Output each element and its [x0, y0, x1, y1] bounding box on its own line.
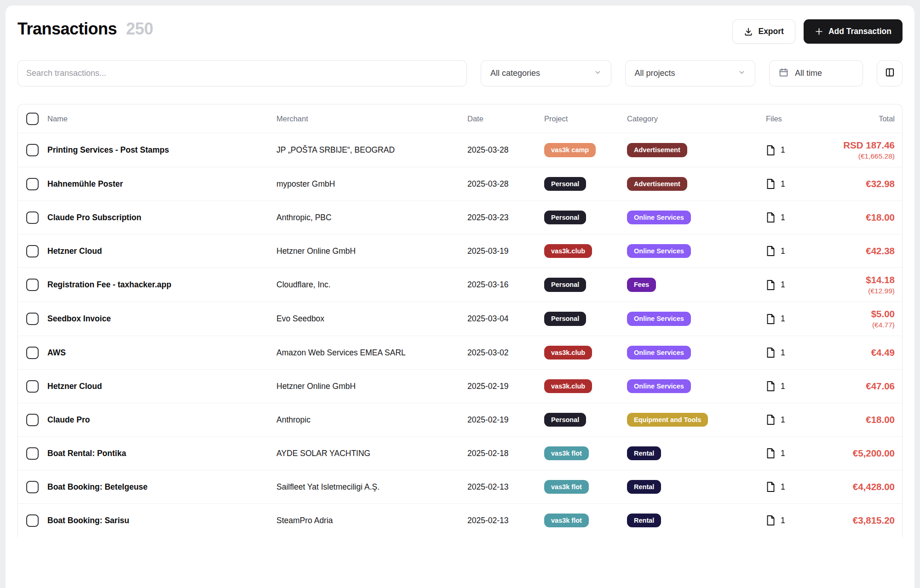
category-badge[interactable]: Fees [627, 278, 656, 292]
files-cell: 1 [747, 178, 811, 189]
table-row[interactable]: Seedbox Invoice Evo Seedbox 2025-03-04 P… [18, 302, 902, 336]
files-cell: 1 [747, 145, 811, 156]
transaction-date: 2025-02-19 [467, 382, 544, 391]
transaction-name[interactable]: Claude Pro [47, 415, 276, 425]
categories-filter[interactable]: All categories [481, 60, 611, 86]
row-checkbox-cell [18, 245, 47, 257]
project-badge[interactable]: vas3k.club [544, 346, 592, 360]
transaction-name[interactable]: Claude Pro Subscription [47, 213, 276, 223]
transaction-name[interactable]: AWS [47, 348, 276, 358]
row-checkbox-cell [18, 414, 47, 426]
export-button[interactable]: Export [732, 19, 795, 44]
row-checkbox[interactable] [26, 279, 39, 291]
file-icon [766, 515, 776, 526]
category-badge[interactable]: Online Services [627, 244, 691, 258]
row-checkbox[interactable] [26, 514, 39, 527]
category-badge[interactable]: Rental [627, 514, 661, 528]
files-count: 1 [781, 213, 785, 223]
select-all-checkbox[interactable] [26, 113, 39, 125]
table-row[interactable]: Hahnemühle Poster myposter GmbH 2025-03-… [18, 167, 902, 200]
table-row[interactable]: Hetzner Cloud Hetzner Online GmbH 2025-0… [18, 234, 902, 268]
file-icon [766, 381, 776, 392]
project-badge[interactable]: vas3k camp [544, 143, 596, 157]
category-badge[interactable]: Rental [627, 446, 661, 461]
row-checkbox[interactable] [26, 144, 39, 156]
total-cell: €18.00 [811, 212, 902, 223]
category-cell: Rental [627, 514, 747, 528]
transaction-total: €3,815.20 [811, 515, 895, 526]
transaction-name[interactable]: Registration Fee - taxhacker.app [47, 280, 276, 290]
table-row[interactable]: Claude Pro Anthropic 2025-02-19 Personal… [18, 403, 902, 436]
category-badge[interactable]: Online Services [627, 312, 691, 326]
file-icon [766, 245, 776, 257]
category-badge[interactable]: Online Services [627, 346, 691, 360]
transaction-name[interactable]: Hetzner Cloud [47, 246, 276, 256]
project-cell: vas3k flot [544, 480, 627, 494]
row-checkbox[interactable] [26, 481, 39, 493]
add-transaction-button-label: Add Transaction [828, 27, 891, 36]
table-row[interactable]: Hetzner Cloud Hetzner Online GmbH 2025-0… [18, 369, 902, 403]
add-transaction-button[interactable]: Add Transaction [804, 19, 903, 44]
file-icon [766, 481, 776, 492]
row-checkbox[interactable] [26, 380, 39, 393]
projects-filter-value: All projects [635, 69, 675, 78]
table-row[interactable]: AWS Amazon Web Services EMEA SARL 2025-0… [18, 336, 902, 369]
project-badge[interactable]: Personal [544, 278, 586, 292]
table-row[interactable]: Printing Services - Post Stamps JP „POŠT… [18, 133, 902, 167]
column-settings-button[interactable] [877, 60, 903, 86]
transaction-date: 2025-03-16 [467, 280, 544, 290]
row-checkbox[interactable] [26, 313, 39, 325]
row-checkbox[interactable] [26, 414, 39, 426]
transactions-count: 250 [126, 19, 153, 39]
time-range-filter[interactable]: All time [769, 60, 863, 86]
category-badge[interactable]: Equipment and Tools [627, 413, 708, 427]
chevron-down-icon [738, 69, 746, 79]
project-badge[interactable]: vas3k flot [544, 480, 589, 494]
row-checkbox[interactable] [26, 211, 39, 224]
category-cell: Rental [627, 480, 747, 494]
transaction-merchant: Hetzner Online GmbH [276, 382, 467, 391]
project-cell: vas3k.club [544, 379, 627, 394]
transaction-name[interactable]: Hetzner Cloud [47, 382, 276, 391]
project-badge[interactable]: vas3k flot [544, 514, 589, 528]
project-cell: Personal [544, 312, 627, 326]
project-badge[interactable]: Personal [544, 211, 586, 225]
table-row[interactable]: Boat Booking: Sarisu SteamPro Adria 2025… [18, 503, 902, 537]
transaction-name[interactable]: Hahnemühle Poster [47, 179, 276, 189]
project-badge[interactable]: Personal [544, 177, 586, 191]
page-header: Transactions 250 Export Add Transaction [17, 6, 903, 44]
category-badge[interactable]: Advertisement [627, 143, 687, 157]
category-badge[interactable]: Rental [627, 480, 661, 494]
row-checkbox[interactable] [26, 178, 39, 190]
row-checkbox-cell [18, 514, 47, 527]
transaction-total-converted: (€1,665.28) [811, 152, 895, 160]
project-badge[interactable]: vas3k.club [544, 244, 592, 258]
category-badge[interactable]: Online Services [627, 379, 691, 394]
search-input[interactable] [26, 69, 458, 78]
transaction-date: 2025-03-02 [467, 348, 544, 358]
row-checkbox[interactable] [26, 245, 39, 257]
row-checkbox[interactable] [26, 447, 39, 460]
project-badge[interactable]: vas3k flot [544, 446, 589, 461]
transaction-name[interactable]: Boat Booking: Sarisu [47, 516, 276, 525]
table-row[interactable]: Boat Rental: Pontika AYDE SOLAR YACHTING… [18, 436, 902, 470]
file-icon [766, 347, 776, 358]
category-cell: Online Services [627, 312, 747, 326]
category-badge[interactable]: Advertisement [627, 177, 687, 191]
row-checkbox[interactable] [26, 347, 39, 359]
transaction-total: €18.00 [811, 212, 895, 223]
transaction-name[interactable]: Boat Booking: Betelgeuse [47, 482, 276, 492]
project-badge[interactable]: vas3k.club [544, 379, 592, 394]
transaction-name[interactable]: Printing Services - Post Stamps [47, 145, 276, 155]
category-cell: Online Services [627, 211, 747, 225]
table-row[interactable]: Registration Fee - taxhacker.app Cloudfl… [18, 268, 902, 302]
category-badge[interactable]: Online Services [627, 211, 691, 225]
project-badge[interactable]: Personal [544, 312, 586, 326]
projects-filter[interactable]: All projects [625, 60, 756, 86]
transaction-name[interactable]: Boat Rental: Pontika [47, 449, 276, 458]
project-badge[interactable]: Personal [544, 413, 586, 427]
transaction-name[interactable]: Seedbox Invoice [47, 314, 276, 324]
project-cell: Personal [544, 278, 627, 292]
table-row[interactable]: Claude Pro Subscription Anthropic, PBC 2… [18, 200, 902, 234]
table-row[interactable]: Boat Booking: Betelgeuse Sailfleet Yat I… [18, 470, 902, 503]
